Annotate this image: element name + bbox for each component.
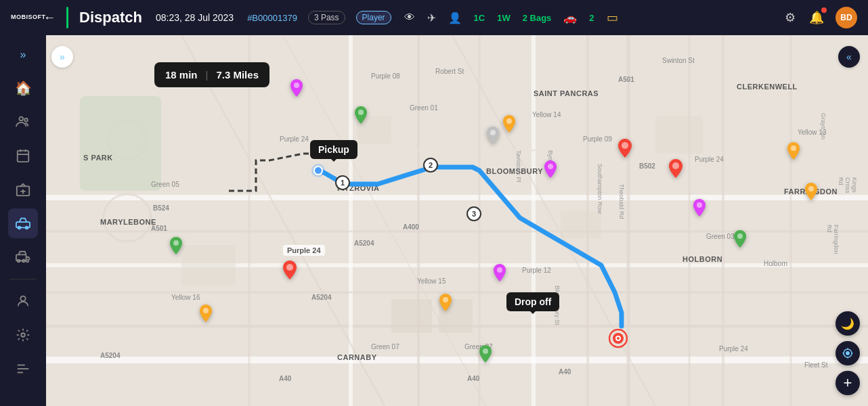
map-container: MARYLEBONE FITZROVIA BLOOMSBURY SAINT PA…: [46, 35, 868, 406]
svg-point-81: [846, 352, 850, 355]
map-pin-yellow3: [804, 183, 818, 203]
map-pin-purple4: [693, 199, 706, 219]
street-yellow15: Yellow 15: [417, 277, 446, 285]
sidebar-item-users[interactable]: [8, 107, 38, 137]
header: MOBISOFT ← Dispatch 08:23, 28 Jul 2023 #…: [0, 0, 868, 35]
svg-rect-52: [391, 299, 432, 333]
street-purple24: Purple 24: [280, 135, 309, 143]
svg-point-69: [737, 233, 743, 239]
route-minutes: 18 min: [165, 69, 198, 81]
map-pin-red3: [282, 261, 297, 282]
svg-point-61: [622, 142, 628, 149]
street-tavistock: Tavistock Pl: [515, 150, 522, 183]
sidebar: » 🏠: [0, 35, 46, 406]
svg-point-59: [294, 83, 299, 88]
svg-point-62: [672, 162, 679, 169]
booking-id[interactable]: #B00001379: [247, 13, 297, 23]
svg-point-75: [483, 348, 488, 354]
svg-point-67: [791, 145, 796, 151]
svg-point-72: [173, 240, 179, 246]
waypoint-1: 1: [335, 175, 350, 190]
sidebar-collapse-button[interactable]: »: [51, 46, 73, 68]
dropoff-pin: [609, 329, 628, 355]
waypoint-2: 2: [423, 158, 438, 173]
note-icon[interactable]: ▭: [607, 10, 618, 25]
panel-collapse-button[interactable]: «: [838, 46, 860, 68]
svg-rect-2: [18, 151, 29, 162]
header-right: ⚙ 🔔 BD: [783, 7, 857, 28]
map-pin-green3: [169, 237, 183, 257]
sidebar-item-settings[interactable]: [8, 320, 38, 350]
svg-point-73: [203, 308, 209, 313]
road-b524: B524: [153, 204, 169, 212]
route-icon[interactable]: ✈: [427, 12, 436, 24]
svg-point-63: [548, 164, 553, 169]
badge-pass: 3 Pass: [308, 11, 345, 24]
street-green07: Green 07: [371, 343, 399, 351]
route-distance: 7.3 Miles: [216, 69, 259, 81]
street-southampton: Southampton Row: [596, 164, 603, 214]
map-add-button[interactable]: +: [836, 371, 860, 395]
sidebar-item-calendar[interactable]: [8, 141, 38, 171]
svg-point-74: [286, 264, 293, 271]
map-controls: 🌙: [836, 311, 860, 365]
stat-bags: 2 Bags: [523, 13, 552, 23]
street-yellow14: Yellow 14: [532, 111, 561, 118]
street-swinton: Swinton St: [662, 57, 695, 64]
road-a40-2: A40: [467, 375, 479, 382]
road-b502: B502: [639, 162, 655, 170]
road-a400: A400: [403, 223, 419, 231]
eye-icon[interactable]: 👁: [404, 12, 415, 24]
street-yellow16: Yellow 16: [171, 294, 200, 301]
street-purple12: Purple 12: [522, 267, 551, 274]
svg-point-68: [808, 186, 814, 191]
avatar: BD: [836, 7, 857, 28]
svg-point-64: [490, 130, 496, 135]
sidebar-item-packages[interactable]: [8, 175, 38, 204]
map-pin-yellow5: [199, 304, 213, 325]
map-pin-yellow4: [439, 294, 452, 314]
map-pin-purple3: [486, 127, 500, 147]
svg-point-65: [506, 118, 512, 124]
sidebar-item-vehicles[interactable]: [8, 208, 38, 238]
dark-mode-toggle[interactable]: 🌙: [836, 311, 860, 336]
dropoff-label: Drop off: [506, 292, 559, 311]
road-a5204-2: A5204: [311, 294, 331, 301]
street-purple09: Purple 09: [583, 135, 612, 143]
road-a5204: A5204: [354, 240, 374, 247]
map-pin-green1: [354, 106, 368, 127]
map-pin-green4: [479, 345, 492, 365]
badge-player[interactable]: Player: [356, 11, 391, 24]
sidebar-expand[interactable]: »: [15, 43, 32, 66]
notification-icon[interactable]: 🔔: [809, 10, 824, 25]
svg-point-17: [21, 333, 25, 337]
person-icon[interactable]: 👤: [448, 12, 462, 24]
sidebar-item-home[interactable]: 🏠: [8, 73, 38, 103]
settings-icon[interactable]: ⚙: [785, 10, 796, 25]
svg-point-15: [26, 260, 29, 263]
logo: MOBISOFT: [11, 14, 35, 21]
stat-1c: 1C: [474, 13, 485, 23]
street-purple24-2: Purple 24: [695, 156, 724, 163]
street-fleet: Fleet St: [804, 361, 827, 369]
sidebar-item-fleet[interactable]: [8, 242, 38, 272]
street-green03: Green 03: [706, 233, 735, 240]
locate-me-button[interactable]: [836, 341, 860, 365]
sidebar-item-profile[interactable]: [8, 286, 38, 316]
back-button[interactable]: ←: [43, 11, 56, 25]
green-bar: [66, 7, 68, 28]
street-purple24-3: Purple 24: [719, 345, 748, 353]
map-pin-green2: [733, 230, 747, 250]
street-purple08: Purple 08: [371, 72, 400, 80]
road-a40-3: A40: [559, 368, 571, 376]
street-robert: Robert St: [435, 68, 464, 75]
street-theobald: Theobald Rd: [618, 184, 625, 219]
map-pin-purple5: [493, 264, 506, 284]
svg-point-66: [697, 202, 702, 208]
route-info-box: 18 min | 7.3 Miles: [154, 62, 269, 87]
sidebar-item-menu[interactable]: [8, 354, 38, 384]
map-pin-red2: [668, 159, 683, 181]
map-pin-yellow1: [502, 115, 516, 135]
svg-point-71: [443, 297, 448, 302]
map-pin-purple2: [544, 160, 557, 181]
